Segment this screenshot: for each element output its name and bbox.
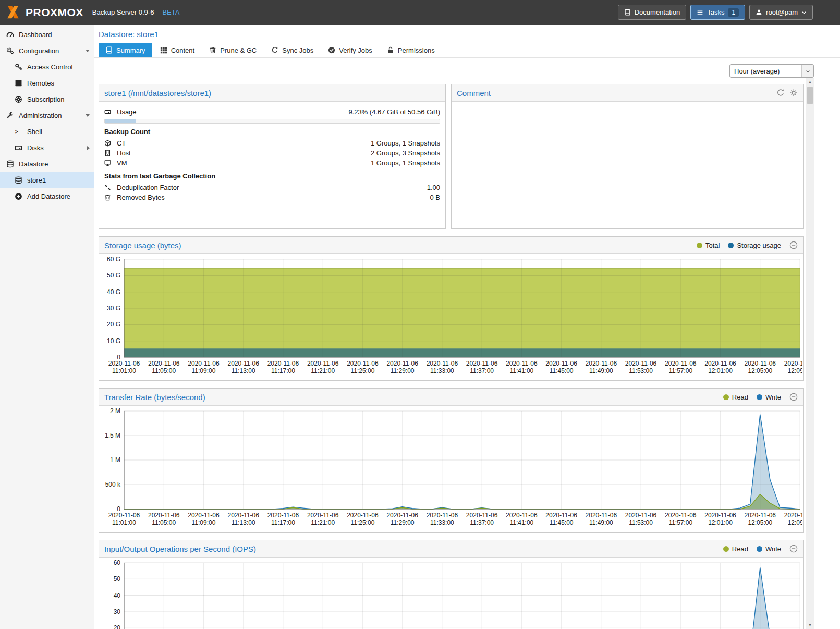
sidebar-item-disks[interactable]: Disks bbox=[0, 140, 94, 156]
tab-summary[interactable]: Summary bbox=[99, 43, 152, 57]
svg-text:2020-11-06: 2020-11-06 bbox=[347, 512, 379, 519]
usage-label: Usage bbox=[117, 108, 137, 116]
sidebar-item-shell[interactable]: >_ Shell bbox=[0, 124, 94, 140]
collapse-arrow-icon[interactable] bbox=[86, 114, 90, 117]
svg-text:11:13:00: 11:13:00 bbox=[232, 519, 255, 526]
legend-dot bbox=[723, 394, 729, 400]
svg-text:11:53:00: 11:53:00 bbox=[629, 367, 653, 374]
time-range-value: Hour (average) bbox=[730, 67, 801, 75]
count-label: Host bbox=[117, 149, 131, 157]
scroll-down-button[interactable]: ▼ bbox=[806, 621, 814, 629]
svg-text:11:33:00: 11:33:00 bbox=[430, 367, 454, 374]
tab-label: Summary bbox=[116, 46, 145, 54]
collapse-panel-icon[interactable] bbox=[789, 241, 798, 249]
svg-text:20 G: 20 G bbox=[107, 321, 120, 328]
svg-text:2020-11-06: 2020-11-06 bbox=[148, 512, 180, 519]
sidebar-item-administration[interactable]: Administration bbox=[0, 107, 94, 124]
svg-text:2020-11-06: 2020-11-06 bbox=[227, 360, 259, 367]
legend-label: Total bbox=[705, 241, 720, 249]
sidebar-item-access-control[interactable]: Access Control bbox=[0, 59, 94, 75]
count-value: 1 Groups, 1 Snapshots bbox=[371, 159, 440, 167]
gc-row-dedup: Deduplication Factor 1.00 bbox=[104, 183, 440, 192]
tab-prune-gc[interactable]: Prune & GC bbox=[202, 43, 263, 57]
svg-text:12:01:00: 12:01:00 bbox=[708, 367, 733, 374]
scrollbar-thumb[interactable] bbox=[807, 87, 813, 104]
svg-text:11:45:00: 11:45:00 bbox=[550, 367, 574, 374]
chart-legend: Read Write bbox=[723, 545, 781, 553]
svg-text:2020-11-06: 2020-11-06 bbox=[665, 360, 697, 367]
wrench-icon bbox=[6, 112, 14, 119]
gear-icon[interactable] bbox=[789, 89, 798, 97]
tasks-button[interactable]: Tasks 1 bbox=[690, 5, 745, 20]
collapse-panel-icon[interactable] bbox=[789, 393, 798, 401]
svg-text:50 G: 50 G bbox=[107, 272, 120, 279]
chart-title: Input/Output Operations per Second (IOPS… bbox=[104, 545, 256, 553]
svg-text:11:21:00: 11:21:00 bbox=[311, 367, 335, 374]
chart-title: Storage usage (bytes) bbox=[104, 241, 181, 250]
svg-text:2020-11-06: 2020-11-06 bbox=[545, 360, 577, 367]
gauge-icon bbox=[6, 31, 14, 39]
legend-label: Storage usage bbox=[737, 241, 781, 249]
gc-label: Deduplication Factor bbox=[117, 184, 179, 191]
transfer-rate-panel: Transfer Rate (bytes/second) Read Write bbox=[99, 388, 804, 533]
collapse-arrow-icon[interactable] bbox=[86, 50, 90, 52]
sidebar-item-label: Access Control bbox=[27, 63, 90, 71]
time-range-select[interactable]: Hour (average) bbox=[729, 64, 814, 78]
tab-label: Sync Jobs bbox=[282, 46, 313, 54]
brand: PROXMOX Backup Server 0.9-6 BETA bbox=[5, 5, 179, 19]
legend-dot bbox=[723, 546, 729, 552]
svg-text:2020-11-06: 2020-11-06 bbox=[586, 360, 617, 367]
svg-text:11:33:00: 11:33:00 bbox=[430, 519, 454, 526]
sidebar-item-configuration[interactable]: Configuration bbox=[0, 43, 94, 59]
svg-text:2020-11-06: 2020-11-06 bbox=[188, 360, 220, 367]
svg-text:11:41:00: 11:41:00 bbox=[509, 367, 533, 374]
sidebar-item-label: Subscription bbox=[27, 95, 90, 103]
legend-dot bbox=[697, 243, 702, 248]
brand-name: PROXMOX bbox=[26, 6, 83, 19]
svg-text:2020-11-06: 2020-11-06 bbox=[745, 360, 776, 367]
tab-label: Permissions bbox=[398, 46, 435, 54]
legend-dot bbox=[757, 546, 762, 552]
svg-text:2020-11-06: 2020-11-06 bbox=[347, 360, 379, 367]
main-area: Datastore: store1 Summary Content Prune … bbox=[94, 25, 840, 629]
panel-title: store1 (/mnt/datastores/store1) bbox=[104, 89, 211, 98]
sidebar-item-remotes[interactable]: Remotes bbox=[0, 75, 94, 91]
vertical-scrollbar[interactable]: ▲ ▼ bbox=[806, 78, 814, 629]
tasks-label: Tasks bbox=[707, 8, 724, 16]
book-icon bbox=[624, 9, 631, 16]
sidebar-item-add-datastore[interactable]: Add Datastore bbox=[0, 188, 94, 204]
svg-text:11:41:00: 11:41:00 bbox=[509, 519, 533, 526]
svg-text:500 k: 500 k bbox=[105, 481, 121, 488]
sidebar-item-subscription[interactable]: Subscription bbox=[0, 91, 94, 107]
tab-sync-jobs[interactable]: Sync Jobs bbox=[264, 43, 320, 57]
svg-text:11:09:00: 11:09:00 bbox=[192, 519, 216, 526]
gc-stats-heading: Stats from last Garbage Collection bbox=[104, 172, 440, 180]
svg-text:11:49:00: 11:49:00 bbox=[589, 519, 613, 526]
svg-text:2020-11-06: 2020-11-06 bbox=[625, 512, 657, 519]
plus-circle-icon bbox=[14, 192, 22, 200]
expand-arrow-icon[interactable] bbox=[87, 146, 90, 150]
sidebar-item-dashboard[interactable]: Dashboard bbox=[0, 27, 94, 43]
scroll-up-button[interactable]: ▲ bbox=[806, 78, 814, 86]
svg-text:11:29:00: 11:29:00 bbox=[391, 519, 415, 526]
chart-legend: Read Write bbox=[723, 393, 781, 401]
comment-body[interactable] bbox=[452, 102, 803, 228]
chevron-down-icon[interactable] bbox=[801, 65, 813, 77]
refresh-icon[interactable] bbox=[776, 89, 785, 97]
user-menu-button[interactable]: root@pam bbox=[749, 5, 813, 20]
svg-text:2020-11-06: 2020-11-06 bbox=[307, 512, 339, 519]
tab-verify-jobs[interactable]: Verify Jobs bbox=[321, 43, 379, 57]
tab-content[interactable]: Content bbox=[153, 43, 202, 57]
svg-text:11:25:00: 11:25:00 bbox=[350, 367, 374, 374]
svg-text:2020-11-06: 2020-11-06 bbox=[108, 360, 140, 367]
svg-text:2020-11-06: 2020-11-06 bbox=[188, 512, 220, 519]
sidebar-item-datastore[interactable]: Datastore bbox=[0, 156, 94, 172]
collapse-panel-icon[interactable] bbox=[789, 545, 798, 553]
beta-link[interactable]: BETA bbox=[162, 8, 179, 16]
tab-permissions[interactable]: Permissions bbox=[380, 43, 442, 57]
sidebar-item-store1[interactable]: store1 bbox=[0, 172, 94, 188]
server-icon bbox=[14, 79, 22, 87]
building-icon bbox=[104, 150, 113, 156]
transfer-rate-chart: 0500 k1 M1.5 M2 M2020-11-0611:01:002020-… bbox=[100, 407, 802, 532]
documentation-button[interactable]: Documentation bbox=[618, 5, 686, 20]
